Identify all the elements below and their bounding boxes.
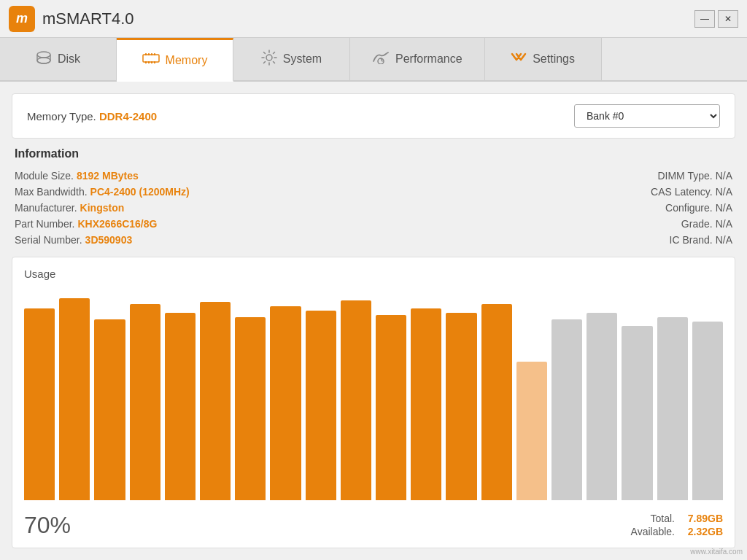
app-title: mSMART4.0 xyxy=(42,9,134,28)
bar-wrap xyxy=(587,287,617,500)
info-grade-val: N/A xyxy=(716,218,732,230)
info-dimm-type-val: N/A xyxy=(716,170,732,182)
tab-settings[interactable]: Settings xyxy=(485,38,602,80)
app-logo: m xyxy=(9,6,35,32)
info-part-number-val: KHX2666C16/8G xyxy=(77,218,157,230)
info-configure: Configure. N/A xyxy=(381,200,732,216)
window-controls: — ✕ xyxy=(694,10,738,28)
info-max-bandwidth: Max Bandwidth. PC4-2400 (1200MHz) xyxy=(15,184,366,200)
info-module-size: Module Size. 8192 MBytes xyxy=(15,168,366,184)
info-left-col: Module Size. 8192 MBytes Max Bandwidth. … xyxy=(15,168,366,248)
info-grade: Grade. N/A xyxy=(381,216,732,232)
usage-bar xyxy=(376,315,406,500)
svg-point-0 xyxy=(37,52,50,58)
usage-bar xyxy=(270,306,301,500)
usage-bar xyxy=(657,317,688,500)
info-module-size-val: 8192 MBytes xyxy=(77,170,139,182)
info-manufacturer-key: Manufacturer. xyxy=(15,202,77,214)
info-max-bandwidth-val: PC4-2400 (1200MHz) xyxy=(90,186,190,198)
tab-bar: Disk Memory System xyxy=(0,38,747,82)
svg-rect-10 xyxy=(154,61,155,63)
tab-disk[interactable]: Disk xyxy=(0,38,117,80)
svg-rect-8 xyxy=(148,61,150,63)
tab-performance-label: Performance xyxy=(395,52,462,66)
usage-bar xyxy=(200,302,231,500)
usage-bar xyxy=(341,300,371,500)
bar-wrap xyxy=(446,287,476,500)
bar-wrap xyxy=(411,287,441,500)
minimize-button[interactable]: — xyxy=(694,10,715,28)
svg-rect-7 xyxy=(145,61,147,63)
tab-system[interactable]: System xyxy=(233,38,350,80)
bar-wrap xyxy=(481,287,512,500)
info-ic-brand-val: N/A xyxy=(716,234,732,246)
bar-wrap xyxy=(622,287,652,500)
usage-bar xyxy=(481,304,512,500)
bar-wrap xyxy=(235,287,266,500)
svg-rect-3 xyxy=(145,53,147,55)
usage-bar xyxy=(94,319,125,500)
bar-wrap xyxy=(551,287,582,500)
svg-rect-4 xyxy=(148,53,150,55)
svg-point-11 xyxy=(266,55,272,61)
usage-bar xyxy=(587,313,617,500)
usage-bar xyxy=(306,311,336,500)
stat-available-row: Available. 2.32GB xyxy=(631,526,723,537)
usage-bar xyxy=(622,326,652,500)
info-right-col: DIMM Type. N/A CAS Latency. N/A Configur… xyxy=(381,168,732,248)
memory-icon xyxy=(142,52,160,69)
settings-icon xyxy=(511,51,527,68)
info-part-number: Part Number. KHX2666C16/8G xyxy=(15,216,366,232)
info-serial-number-val: 3D590903 xyxy=(85,234,133,246)
performance-icon xyxy=(372,51,390,68)
svg-rect-9 xyxy=(151,61,152,63)
tab-memory-label: Memory xyxy=(166,54,208,67)
usage-bar xyxy=(516,362,547,500)
info-cas-latency: CAS Latency. N/A xyxy=(381,184,732,200)
system-icon xyxy=(261,50,277,69)
bank-select[interactable]: Bank #0 Bank #1 xyxy=(574,104,720,128)
bar-wrap xyxy=(341,287,371,500)
bar-wrap xyxy=(270,287,301,500)
usage-bar xyxy=(130,304,160,500)
total-value: 7.89GB xyxy=(679,513,723,524)
title-bar: m mSMART4.0 — ✕ xyxy=(0,0,747,38)
usage-bar xyxy=(551,319,582,500)
info-configure-key: Configure. xyxy=(665,202,713,214)
info-dimm-type-key: DIMM Type. xyxy=(657,170,712,182)
info-configure-val: N/A xyxy=(716,202,732,214)
tab-memory[interactable]: Memory xyxy=(117,38,233,82)
bar-wrap xyxy=(94,287,125,500)
bar-wrap xyxy=(306,287,336,500)
usage-percent: 70% xyxy=(24,512,71,539)
info-part-number-key: Part Number. xyxy=(15,218,74,230)
info-serial-number: Serial Number. 3D590903 xyxy=(15,232,366,248)
main-content: Memory Type. DDR4-2400 Bank #0 Bank #1 I… xyxy=(0,82,747,560)
info-dimm-type: DIMM Type. N/A xyxy=(381,168,732,184)
info-ic-brand: IC Brand. N/A xyxy=(381,232,732,248)
total-label: Total. xyxy=(651,513,675,524)
memory-type-key: Memory Type. xyxy=(27,110,96,122)
title-bar-left: m mSMART4.0 xyxy=(9,6,134,32)
svg-rect-5 xyxy=(151,53,152,55)
info-serial-number-key: Serial Number. xyxy=(15,234,82,246)
tab-performance[interactable]: Performance xyxy=(350,38,485,80)
svg-rect-2 xyxy=(143,55,159,62)
bar-wrap xyxy=(657,287,688,500)
close-button[interactable]: ✕ xyxy=(718,10,738,28)
bar-wrap xyxy=(200,287,231,500)
memory-type-value: DDR4-2400 xyxy=(99,110,157,122)
usage-label: Usage xyxy=(24,268,723,280)
memory-type-label: Memory Type. DDR4-2400 xyxy=(27,110,157,122)
usage-bar xyxy=(165,313,196,500)
bar-wrap xyxy=(165,287,196,500)
usage-bar xyxy=(235,317,266,500)
bar-wrap xyxy=(376,287,406,500)
available-label: Available. xyxy=(631,526,675,537)
svg-point-1 xyxy=(37,58,50,63)
info-grade-key: Grade. xyxy=(681,218,713,230)
memory-type-card: Memory Type. DDR4-2400 Bank #0 Bank #1 xyxy=(12,93,735,139)
info-manufacturer: Manufacturer. Kingston xyxy=(15,200,366,216)
info-ic-brand-key: IC Brand. xyxy=(670,234,713,246)
tab-settings-label: Settings xyxy=(533,52,575,66)
